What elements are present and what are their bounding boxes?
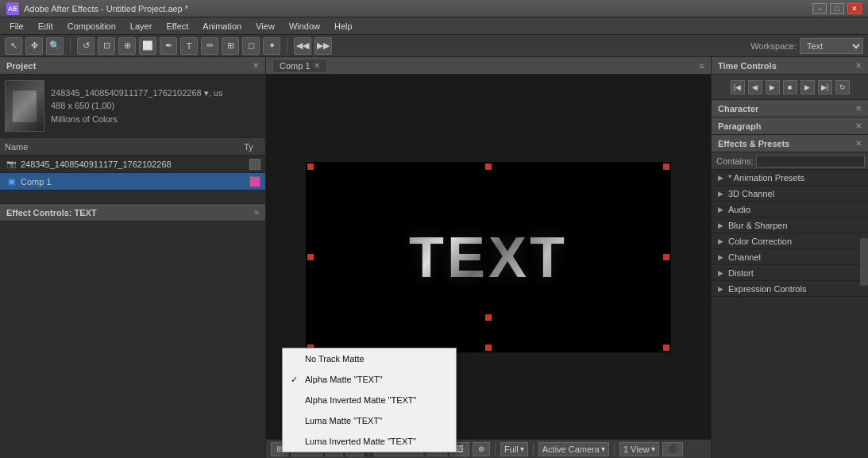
preview-thumbnail <box>5 80 44 132</box>
project-panel-close[interactable]: ✕ <box>253 61 259 70</box>
workspace-label: Workspace: <box>750 41 797 51</box>
go-last[interactable]: ▶| <box>818 80 832 94</box>
character-panel-close[interactable]: ✕ <box>855 104 862 113</box>
tool-sep-2 <box>287 38 287 54</box>
expand-icon: ▶ <box>718 285 723 293</box>
tool-sep-1 <box>70 38 71 54</box>
view-dropdown[interactable]: 1 View▾ <box>619 442 659 456</box>
workspace-area: Workspace: Text <box>750 38 863 54</box>
project-preview: 248345_1408540911177_1762102268 ▾, us 48… <box>0 75 265 138</box>
next-frame[interactable]: ▶▶ <box>314 37 332 55</box>
zoom-tool[interactable]: 🔍 <box>46 37 64 55</box>
effects-search-input[interactable] <box>756 155 865 167</box>
dropdown-alpha-matte[interactable]: Alpha Matte "TEXT" <box>283 369 456 390</box>
step-back[interactable]: ◀ <box>748 80 762 94</box>
right-scrollbar[interactable] <box>860 238 868 286</box>
menu-effect[interactable]: Effect <box>160 20 195 33</box>
handle-top-left[interactable] <box>307 164 314 170</box>
effect-blur-sharpen[interactable]: ▶ Blur & Sharpen <box>712 217 868 233</box>
menu-composition[interactable]: Composition <box>61 20 122 33</box>
track-matte-dropdown: No Track Matte Alpha Matte "TEXT" Alpha … <box>282 348 457 452</box>
puppet-tool[interactable]: ✦ <box>263 37 280 55</box>
effects-presets-close[interactable]: ✕ <box>855 139 862 148</box>
hand-tool[interactable]: ✥ <box>25 37 43 55</box>
play[interactable]: ▶ <box>766 80 780 94</box>
handle-right-mid[interactable] <box>663 254 669 260</box>
effect-color-correction[interactable]: ▶ Color Correction <box>712 233 868 249</box>
effect-item-label: 3D Channel <box>728 189 774 198</box>
menu-file[interactable]: File <box>3 20 30 33</box>
rotate-tool[interactable]: ↺ <box>77 37 95 55</box>
select-tool[interactable]: ↖ <box>5 37 22 55</box>
render-btn[interactable]: ⬛ <box>662 442 683 456</box>
effect-controls-header: Effect Controls: TEXT ≡ <box>0 204 265 221</box>
workspace-select[interactable]: Text <box>800 38 863 54</box>
show-channel[interactable]: ⊕ <box>473 442 490 456</box>
handle-top-right[interactable] <box>663 164 669 170</box>
col-type-header: Ty <box>237 142 260 152</box>
effect-item-label: Audio <box>728 205 750 214</box>
menu-layer[interactable]: Layer <box>124 20 159 33</box>
dropdown-luma-inverted-matte[interactable]: Luma Inverted Matte "TEXT" <box>283 431 456 452</box>
effect-audio[interactable]: ▶ Audio <box>712 202 868 217</box>
clone-tool[interactable]: ⊞ <box>222 37 239 55</box>
close-button[interactable]: ✕ <box>847 3 862 14</box>
effect-distort[interactable]: ▶ Distort <box>712 265 868 281</box>
anchor-tool[interactable]: ⊕ <box>118 37 136 55</box>
effect-animation-presets[interactable]: ▶ * Animation Presets <box>712 170 868 186</box>
alpha-inverted-matte-label: Alpha Inverted Matte "TEXT" <box>305 395 416 405</box>
comp-tab[interactable]: Comp 1 ✕ <box>272 59 327 73</box>
menu-animation[interactable]: Animation <box>196 20 248 33</box>
menu-window[interactable]: Window <box>283 20 326 33</box>
expand-icon: ▶ <box>718 269 723 277</box>
center-handle[interactable] <box>485 314 492 321</box>
view-label: 1 View <box>623 445 650 454</box>
preview-filename: 248345_1408540911177_1762102268 ▾, us <box>51 87 222 100</box>
minimize-button[interactable]: − <box>812 3 827 14</box>
dropdown-no-track-matte[interactable]: No Track Matte <box>283 348 456 369</box>
dropdown-luma-matte[interactable]: Luma Matte "TEXT" <box>283 410 456 431</box>
stop[interactable]: ■ <box>783 80 797 94</box>
project-item-comp-name: Comp 1 <box>21 177 249 187</box>
effect-expression-controls[interactable]: ▶ Expression Controls <box>712 281 868 297</box>
eraser-tool[interactable]: ◻ <box>242 37 260 55</box>
maximize-button[interactable]: □ <box>830 3 844 14</box>
shape-tool[interactable]: ⬜ <box>139 37 156 55</box>
handle-left-mid[interactable] <box>307 254 314 260</box>
effects-presets-panel: Effects & Presets ✕ Contains: ▶ * Animat… <box>712 135 868 458</box>
item-thumbnail <box>249 159 260 170</box>
effect-panel-menu[interactable]: ≡ <box>254 208 259 217</box>
text-tool[interactable]: T <box>180 37 198 55</box>
project-panel-title: Project <box>6 61 36 71</box>
pen-tool[interactable]: ✒ <box>160 37 177 55</box>
paragraph-panel-close[interactable]: ✕ <box>855 121 862 130</box>
menu-help[interactable]: Help <box>328 20 359 33</box>
project-item-image[interactable]: 📷 248345_1408540911177_1762102268 <box>0 156 265 173</box>
right-panel: Time Controls ✕ |◀ ◀ ▶ ■ ▶ ▶| ↻ Characte… <box>712 57 868 458</box>
ctrl-sep-4 <box>614 443 615 456</box>
menu-edit[interactable]: Edit <box>32 20 60 33</box>
prev-frame[interactable]: ◀◀ <box>294 37 311 55</box>
camera-tool[interactable]: ⊡ <box>98 37 115 55</box>
dropdown-alpha-inverted-matte[interactable]: Alpha Inverted Matte "TEXT" <box>283 390 456 410</box>
handle-top-mid[interactable] <box>485 164 492 170</box>
comp-panel-menu[interactable]: ≡ <box>700 61 704 71</box>
menu-view[interactable]: View <box>249 20 281 33</box>
camera-dropdown[interactable]: Active Camera▾ <box>538 442 609 456</box>
character-panel-title: Character <box>718 104 758 114</box>
handle-bottom-right[interactable] <box>663 344 669 351</box>
effects-list: ▶ * Animation Presets ▶ 3D Channel ▶ Aud… <box>712 170 868 458</box>
time-controls-close[interactable]: ✕ <box>855 61 862 70</box>
effect-channel[interactable]: ▶ Channel <box>712 249 868 265</box>
left-panel: Project ✕ 248345_1408540911177_176210226… <box>0 57 266 458</box>
go-first[interactable]: |◀ <box>731 80 745 94</box>
project-list-header: Name Ty <box>0 138 265 156</box>
quality-dropdown[interactable]: Full▾ <box>500 442 528 456</box>
step-fwd[interactable]: ▶ <box>800 80 815 94</box>
project-item-comp[interactable]: ▣ Comp 1 <box>0 173 265 191</box>
brush-tool[interactable]: ✏ <box>201 37 218 55</box>
comp-tab-close[interactable]: ✕ <box>314 61 320 70</box>
handle-bottom-mid[interactable] <box>485 344 492 351</box>
loop[interactable]: ↻ <box>835 80 850 94</box>
effect-3d-channel[interactable]: ▶ 3D Channel <box>712 186 868 202</box>
